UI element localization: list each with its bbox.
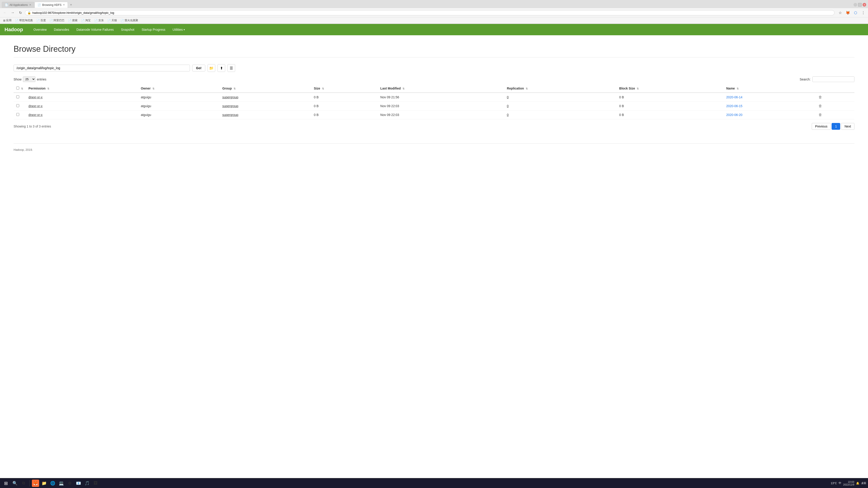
select-all-header: ⇅ [13,84,26,93]
permission-link[interactable]: drwxr-xr-x [29,113,42,117]
select-all-checkbox[interactable] [16,87,19,90]
permission-link[interactable]: drwxr-xr-x [29,95,42,99]
show-label: Show [13,77,22,81]
browser-minimize[interactable] [854,3,857,6]
bookmark-favicon-6: 📄 [94,19,98,22]
name-header[interactable]: Name ⇅ [723,84,816,93]
table-body: drwxr-xr-x atguigu supergroup 0 B Nov 09… [13,93,855,119]
entries-select[interactable]: 25 50 100 [23,76,35,82]
name-link[interactable]: 2020-06-14 [726,95,743,99]
nav-utilities[interactable]: Utilities ▾ [169,25,189,35]
nav-datanodes[interactable]: Datanodes [50,25,73,35]
bookmark-6[interactable]: 📄 京东 [93,18,105,23]
tab-all-applications[interactable]: 📄 All Applications ✕ [2,2,34,8]
list-icon-btn[interactable]: ☰ [227,64,235,72]
replication-link[interactable]: 0 [507,104,509,108]
group-link[interactable]: supergroup [222,104,238,108]
go-button[interactable]: Go! [192,65,205,71]
search-input[interactable] [812,76,855,82]
refresh-button[interactable]: ↻ [17,9,24,16]
new-tab-button[interactable]: ＋ [68,2,74,7]
bookmark-8[interactable]: 📄 萤火虫惠聚 [119,18,140,23]
delete-button[interactable]: 🗑 [818,104,822,108]
size-header[interactable]: Size ⇅ [311,84,378,93]
page-title: Browse Directory [13,44,855,57]
row-owner: atguigu [138,93,220,102]
page-footer: Hadoop, 2019. [13,143,855,152]
hadoop-nav-items: Overview Datanodes Datanode Volume Failu… [30,25,189,35]
nav-datanode-volume-failures[interactable]: Datanode Volume Failures [73,25,117,35]
table-footer: Showing 1 to 3 of 3 entries Previous 1 N… [13,123,855,130]
star-icon[interactable]: ☆ [837,10,843,15]
row-checkbox[interactable] [16,95,19,98]
row-replication: 0 [504,110,617,119]
row-size: 0 B [311,93,378,102]
bookmark-favicon-3: 📄 [50,19,53,22]
next-button[interactable]: Next [841,123,855,130]
row-checkbox[interactable] [16,104,19,107]
bookmark-1[interactable]: 📄 帮您淘优惠 [14,18,34,23]
name-link[interactable]: 2020-06-20 [726,113,743,117]
bookmark-4[interactable]: 📄 搜索 [67,18,79,23]
forward-button[interactable]: → [9,9,16,16]
hadoop-nav: Hadoop Overview Datanodes Datanode Volum… [0,24,868,35]
tab-close-btn-2[interactable]: ✕ [63,3,65,6]
group-link[interactable]: supergroup [222,95,238,99]
path-input[interactable] [13,65,190,71]
owner-header[interactable]: Owner ⇅ [138,84,220,93]
permission-link[interactable]: drwxr-xr-x [29,104,42,108]
replication-header[interactable]: Replication ⇅ [504,84,617,93]
menu-icon[interactable]: ⋮ [860,10,866,15]
sort-icon: ⇅ [21,87,23,90]
bookmark-7[interactable]: 📄 天猫 [106,18,118,23]
name-link[interactable]: 2020-06-15 [726,104,743,108]
group-header[interactable]: Group ⇅ [220,84,311,93]
nav-startup-progress[interactable]: Startup Progress [138,25,169,35]
tab-close-btn[interactable]: ✕ [29,3,31,6]
bookmark-3[interactable]: 📄 阿里巴巴 [48,18,66,23]
bookmark-favicon-8: 📄 [121,19,124,22]
delete-button[interactable]: 🗑 [818,95,822,99]
row-group: supergroup [220,93,311,102]
nav-snapshot[interactable]: Snapshot [117,25,138,35]
nav-overview[interactable]: Overview [30,25,50,35]
edge-icon[interactable]: ⬡ [852,10,859,15]
browser-close[interactable]: ✕ [863,3,866,6]
list-icon: ☰ [230,66,233,70]
page-1-button[interactable]: 1 [832,123,840,130]
browser-maximize[interactable] [858,3,862,6]
bookmark-5[interactable]: 📄 淘宝 [80,18,92,23]
bookmark-2[interactable]: 📄 百度 [35,18,47,23]
row-checkbox-cell [13,110,26,119]
lock-icon: 🔒 [27,11,31,14]
browser-chrome: 📄 All Applications ✕ 📄 Browsing HDFS ✕ ＋… [0,0,868,24]
bookmarks-bar: ⊞ 应用 📄 帮您淘优惠 📄 百度 📄 阿里巴巴 📄 搜索 📄 淘宝 📄 京东 [0,18,868,24]
previous-button[interactable]: Previous [812,123,831,130]
table-row: drwxr-xr-x atguigu supergroup 0 B Nov 09… [13,102,855,110]
tab-bar: 📄 All Applications ✕ 📄 Browsing HDFS ✕ ＋… [0,0,868,8]
group-link[interactable]: supergroup [222,113,238,117]
back-button[interactable]: ← [2,9,8,16]
row-name: 2020-06-20 [723,110,816,119]
folder-icon-btn[interactable]: 📁 [208,64,215,72]
extension-icon[interactable]: 🦊 [845,10,851,15]
row-size: 0 B [311,110,378,119]
permission-header[interactable]: Permission ⇅ [26,84,138,93]
tab-browsing-hdfs[interactable]: 📄 Browsing HDFS ✕ [35,2,68,8]
entries-label: entries [37,77,46,81]
utilities-dropdown-arrow: ▾ [184,28,185,31]
upload-icon: ⬆ [220,66,223,70]
upload-icon-btn[interactable]: ⬆ [218,64,225,72]
last-modified-header[interactable]: Last Modified ⇅ [378,84,504,93]
delete-button[interactable]: 🗑 [818,113,822,117]
block-size-header[interactable]: Block Size ⇅ [617,84,723,93]
search-box: Search: [800,76,855,82]
data-table: ⇅ Permission ⇅ Owner ⇅ Group ⇅ Size ⇅ [13,84,855,119]
size-sort-icon: ⇅ [322,87,324,90]
bookmark-apps[interactable]: ⊞ 应用 [2,18,13,23]
replication-link[interactable]: 0 [507,95,509,99]
row-group: supergroup [220,110,311,119]
row-checkbox[interactable] [16,113,19,116]
address-bar[interactable] [32,11,832,14]
replication-link[interactable]: 0 [507,113,509,117]
